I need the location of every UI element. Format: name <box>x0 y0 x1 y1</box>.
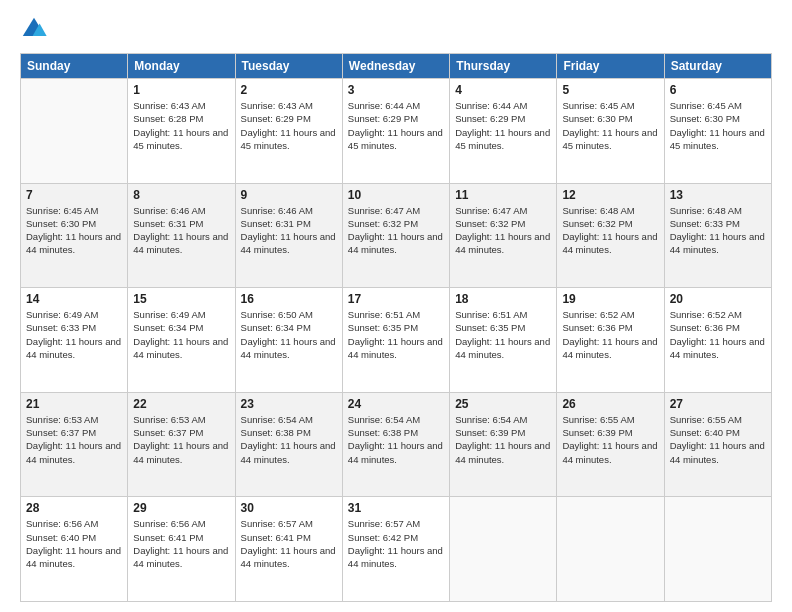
day-header: Sunday <box>21 54 128 79</box>
calendar-cell: 24Sunrise: 6:54 AMSunset: 6:38 PMDayligh… <box>342 392 449 497</box>
cell-day-number: 23 <box>241 397 337 411</box>
logo <box>20 15 52 43</box>
cell-day-number: 28 <box>26 501 122 515</box>
cell-day-number: 27 <box>670 397 766 411</box>
cell-info: Sunrise: 6:45 AMSunset: 6:30 PMDaylight:… <box>670 99 766 152</box>
cell-day-number: 31 <box>348 501 444 515</box>
cell-day-number: 7 <box>26 188 122 202</box>
cell-info: Sunrise: 6:54 AMSunset: 6:39 PMDaylight:… <box>455 413 551 466</box>
calendar-week-row: 21Sunrise: 6:53 AMSunset: 6:37 PMDayligh… <box>21 392 772 497</box>
cell-day-number: 21 <box>26 397 122 411</box>
page: SundayMondayTuesdayWednesdayThursdayFrid… <box>0 0 792 612</box>
cell-info: Sunrise: 6:55 AMSunset: 6:39 PMDaylight:… <box>562 413 658 466</box>
calendar-cell: 18Sunrise: 6:51 AMSunset: 6:35 PMDayligh… <box>450 288 557 393</box>
calendar-cell: 23Sunrise: 6:54 AMSunset: 6:38 PMDayligh… <box>235 392 342 497</box>
cell-info: Sunrise: 6:50 AMSunset: 6:34 PMDaylight:… <box>241 308 337 361</box>
calendar-cell: 4Sunrise: 6:44 AMSunset: 6:29 PMDaylight… <box>450 79 557 184</box>
cell-day-number: 22 <box>133 397 229 411</box>
cell-info: Sunrise: 6:43 AMSunset: 6:28 PMDaylight:… <box>133 99 229 152</box>
calendar-cell: 30Sunrise: 6:57 AMSunset: 6:41 PMDayligh… <box>235 497 342 602</box>
cell-info: Sunrise: 6:48 AMSunset: 6:33 PMDaylight:… <box>670 204 766 257</box>
calendar-week-row: 7Sunrise: 6:45 AMSunset: 6:30 PMDaylight… <box>21 183 772 288</box>
cell-info: Sunrise: 6:57 AMSunset: 6:42 PMDaylight:… <box>348 517 444 570</box>
calendar-cell: 1Sunrise: 6:43 AMSunset: 6:28 PMDaylight… <box>128 79 235 184</box>
cell-day-number: 26 <box>562 397 658 411</box>
calendar-header-row: SundayMondayTuesdayWednesdayThursdayFrid… <box>21 54 772 79</box>
cell-day-number: 4 <box>455 83 551 97</box>
cell-info: Sunrise: 6:57 AMSunset: 6:41 PMDaylight:… <box>241 517 337 570</box>
cell-info: Sunrise: 6:49 AMSunset: 6:33 PMDaylight:… <box>26 308 122 361</box>
cell-day-number: 3 <box>348 83 444 97</box>
calendar-cell: 8Sunrise: 6:46 AMSunset: 6:31 PMDaylight… <box>128 183 235 288</box>
calendar-cell: 7Sunrise: 6:45 AMSunset: 6:30 PMDaylight… <box>21 183 128 288</box>
calendar-cell: 20Sunrise: 6:52 AMSunset: 6:36 PMDayligh… <box>664 288 771 393</box>
cell-day-number: 11 <box>455 188 551 202</box>
calendar-cell: 5Sunrise: 6:45 AMSunset: 6:30 PMDaylight… <box>557 79 664 184</box>
cell-day-number: 10 <box>348 188 444 202</box>
calendar-cell: 31Sunrise: 6:57 AMSunset: 6:42 PMDayligh… <box>342 497 449 602</box>
calendar-cell <box>21 79 128 184</box>
calendar-cell: 10Sunrise: 6:47 AMSunset: 6:32 PMDayligh… <box>342 183 449 288</box>
calendar-cell <box>664 497 771 602</box>
calendar-cell: 13Sunrise: 6:48 AMSunset: 6:33 PMDayligh… <box>664 183 771 288</box>
cell-info: Sunrise: 6:45 AMSunset: 6:30 PMDaylight:… <box>562 99 658 152</box>
calendar-cell: 11Sunrise: 6:47 AMSunset: 6:32 PMDayligh… <box>450 183 557 288</box>
calendar-cell <box>557 497 664 602</box>
calendar-cell: 22Sunrise: 6:53 AMSunset: 6:37 PMDayligh… <box>128 392 235 497</box>
cell-info: Sunrise: 6:54 AMSunset: 6:38 PMDaylight:… <box>241 413 337 466</box>
calendar-week-row: 14Sunrise: 6:49 AMSunset: 6:33 PMDayligh… <box>21 288 772 393</box>
cell-info: Sunrise: 6:45 AMSunset: 6:30 PMDaylight:… <box>26 204 122 257</box>
cell-info: Sunrise: 6:49 AMSunset: 6:34 PMDaylight:… <box>133 308 229 361</box>
calendar-week-row: 28Sunrise: 6:56 AMSunset: 6:40 PMDayligh… <box>21 497 772 602</box>
cell-info: Sunrise: 6:48 AMSunset: 6:32 PMDaylight:… <box>562 204 658 257</box>
cell-info: Sunrise: 6:47 AMSunset: 6:32 PMDaylight:… <box>455 204 551 257</box>
cell-info: Sunrise: 6:51 AMSunset: 6:35 PMDaylight:… <box>455 308 551 361</box>
day-header: Wednesday <box>342 54 449 79</box>
cell-day-number: 18 <box>455 292 551 306</box>
calendar-cell: 14Sunrise: 6:49 AMSunset: 6:33 PMDayligh… <box>21 288 128 393</box>
calendar-cell: 9Sunrise: 6:46 AMSunset: 6:31 PMDaylight… <box>235 183 342 288</box>
cell-day-number: 6 <box>670 83 766 97</box>
calendar-cell: 15Sunrise: 6:49 AMSunset: 6:34 PMDayligh… <box>128 288 235 393</box>
cell-day-number: 24 <box>348 397 444 411</box>
cell-day-number: 2 <box>241 83 337 97</box>
day-header: Monday <box>128 54 235 79</box>
cell-info: Sunrise: 6:56 AMSunset: 6:40 PMDaylight:… <box>26 517 122 570</box>
cell-day-number: 15 <box>133 292 229 306</box>
cell-info: Sunrise: 6:51 AMSunset: 6:35 PMDaylight:… <box>348 308 444 361</box>
day-header: Saturday <box>664 54 771 79</box>
cell-info: Sunrise: 6:53 AMSunset: 6:37 PMDaylight:… <box>26 413 122 466</box>
cell-info: Sunrise: 6:52 AMSunset: 6:36 PMDaylight:… <box>562 308 658 361</box>
calendar-cell: 16Sunrise: 6:50 AMSunset: 6:34 PMDayligh… <box>235 288 342 393</box>
cell-info: Sunrise: 6:56 AMSunset: 6:41 PMDaylight:… <box>133 517 229 570</box>
calendar-cell: 6Sunrise: 6:45 AMSunset: 6:30 PMDaylight… <box>664 79 771 184</box>
logo-icon <box>20 15 48 43</box>
day-header: Tuesday <box>235 54 342 79</box>
cell-info: Sunrise: 6:47 AMSunset: 6:32 PMDaylight:… <box>348 204 444 257</box>
cell-day-number: 17 <box>348 292 444 306</box>
calendar-cell <box>450 497 557 602</box>
cell-info: Sunrise: 6:55 AMSunset: 6:40 PMDaylight:… <box>670 413 766 466</box>
cell-info: Sunrise: 6:52 AMSunset: 6:36 PMDaylight:… <box>670 308 766 361</box>
calendar-cell: 12Sunrise: 6:48 AMSunset: 6:32 PMDayligh… <box>557 183 664 288</box>
cell-info: Sunrise: 6:44 AMSunset: 6:29 PMDaylight:… <box>348 99 444 152</box>
cell-day-number: 5 <box>562 83 658 97</box>
calendar-cell: 27Sunrise: 6:55 AMSunset: 6:40 PMDayligh… <box>664 392 771 497</box>
cell-info: Sunrise: 6:43 AMSunset: 6:29 PMDaylight:… <box>241 99 337 152</box>
cell-info: Sunrise: 6:53 AMSunset: 6:37 PMDaylight:… <box>133 413 229 466</box>
calendar-cell: 26Sunrise: 6:55 AMSunset: 6:39 PMDayligh… <box>557 392 664 497</box>
calendar-cell: 29Sunrise: 6:56 AMSunset: 6:41 PMDayligh… <box>128 497 235 602</box>
cell-day-number: 19 <box>562 292 658 306</box>
cell-info: Sunrise: 6:54 AMSunset: 6:38 PMDaylight:… <box>348 413 444 466</box>
cell-day-number: 29 <box>133 501 229 515</box>
cell-day-number: 12 <box>562 188 658 202</box>
calendar-cell: 19Sunrise: 6:52 AMSunset: 6:36 PMDayligh… <box>557 288 664 393</box>
cell-info: Sunrise: 6:46 AMSunset: 6:31 PMDaylight:… <box>133 204 229 257</box>
cell-day-number: 9 <box>241 188 337 202</box>
cell-day-number: 1 <box>133 83 229 97</box>
cell-day-number: 8 <box>133 188 229 202</box>
cell-info: Sunrise: 6:46 AMSunset: 6:31 PMDaylight:… <box>241 204 337 257</box>
calendar-cell: 25Sunrise: 6:54 AMSunset: 6:39 PMDayligh… <box>450 392 557 497</box>
calendar-cell: 3Sunrise: 6:44 AMSunset: 6:29 PMDaylight… <box>342 79 449 184</box>
cell-day-number: 14 <box>26 292 122 306</box>
